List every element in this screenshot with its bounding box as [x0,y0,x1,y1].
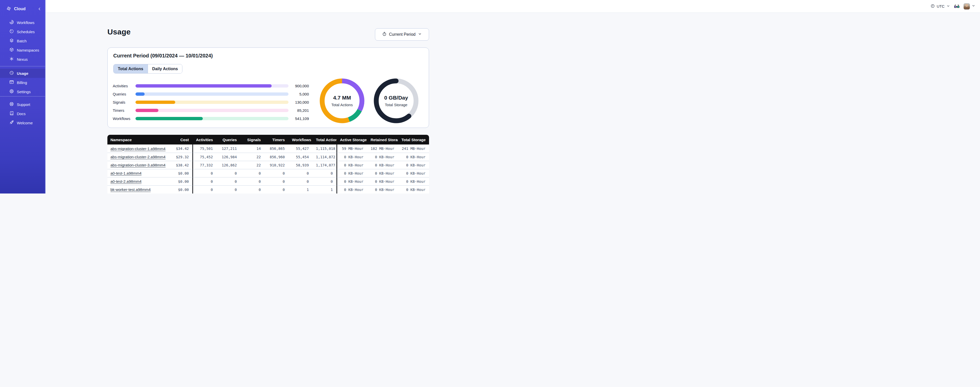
table-cell: 0 KB-Hour [398,186,429,194]
table-cell: 0 KB-Hour [398,177,429,186]
table-cell: 0 KB-Hour [398,161,429,169]
settings-icon [9,89,14,94]
namespace-link[interactable]: a0-test-2.a98mm4 [110,179,142,184]
bar-track [135,93,288,96]
workflows-icon [9,20,14,24]
bar-track [135,109,288,112]
namespace-link[interactable]: a0-test-1.a98mm4 [110,171,142,175]
table-cell: 55,454 [288,153,312,161]
table-cell: 1,115,018 [312,144,336,153]
period-selector-button[interactable]: Current Period [375,28,429,41]
column-header-total-storage: Total Storage [398,135,429,144]
sidebar-item-usage[interactable]: Usage [0,69,45,78]
table-cell: 75,452 [192,153,216,161]
namespace-link[interactable]: bk-worker-test.a98mm4 [110,187,151,192]
column-header-signals: Signals [240,135,264,144]
table-cell: 22 [240,153,264,161]
stopwatch-icon [382,32,387,37]
sidebar-item-billing[interactable]: Billing [0,78,45,87]
table-cell: 75,501 [192,144,216,153]
table-cell: 0 KB-Hour [367,169,398,177]
tab-daily-actions[interactable]: Daily Actions [148,64,182,73]
sidebar-item-label: Workflows [17,21,35,25]
sidebar-item-batch[interactable]: Batch [0,36,45,45]
table-row: abs-migration-cluster-2.a98mm4$29.3275,4… [107,153,429,161]
sidebar-item-label: Schedules [17,30,35,34]
schedules-icon [9,29,14,34]
table-cell: 910,922 [264,161,288,169]
usage-bar-row-timers: Timers85,201 [113,106,310,114]
bar-value: 85,201 [288,108,309,113]
column-header-cost: Cost [169,135,192,144]
table-cell: 77,332 [192,161,216,169]
usage-bar-row-signals: Signals130,000 [113,98,310,106]
table-cell: 1,114,872 [312,153,336,161]
bar-value: 541,109 [288,117,309,121]
docs-icon [9,111,14,116]
table-row: a0-test-2.a98mm4$0.000000000 KB-Hour0 KB… [107,177,429,186]
sidebar-item-label: Settings [17,90,30,94]
table-cell: 0 KB-Hour [367,177,398,186]
bar-value: 5,000 [288,92,309,96]
table-cell: 182 MB-Hour [367,144,398,153]
sidebar-item-schedules[interactable]: Schedules [0,27,45,36]
bar-track [135,117,288,120]
sidebar-nav-main: WorkflowsSchedulesBatchNamespacesNexus [0,18,45,64]
tab-total-actions[interactable]: Total Actions [113,64,148,73]
table-cell: $0.00 [169,177,192,186]
table-cell: 0 KB-Hour [398,153,429,161]
sidebar-item-docs[interactable]: Docs [0,109,45,118]
sidebar-collapse-button[interactable] [37,6,42,11]
table-cell: 55,427 [288,144,312,153]
bar-label: Timers [113,108,135,113]
chevron-down-icon [418,32,422,37]
usage-bar-row-workflows: Workflows541,109 [113,114,310,123]
column-header-activities: Activities [192,135,216,144]
temporal-cloud-logo-icon [6,6,11,11]
table-cell: abs-migration-cluster-1.a98mm4 [107,144,169,153]
namespace-link[interactable]: abs-migration-cluster-2.a98mm4 [110,155,165,159]
sidebar-item-settings[interactable]: Settings [0,87,45,96]
sidebar-nav-footer: SupportDocsWelcome [0,100,45,127]
total-actions-label: Total Actions [331,102,353,107]
support-icon [9,102,14,106]
table-cell: 1,174,077 [312,161,336,169]
table-cell: $0.00 [169,169,192,177]
bar-track [135,84,288,88]
sidebar-item-welcome[interactable]: Welcome [0,118,45,127]
table-cell: 0 [216,186,240,194]
table-cell: 126,984 [216,153,240,161]
table-cell: 0 [312,177,336,186]
table-cell: $0.00 [169,186,192,194]
sidebar-item-support[interactable]: Support [0,100,45,109]
sidebar-item-nexus[interactable]: Nexus [0,54,45,64]
table-row: abs-migration-cluster-3.a98mm4$38.4277,3… [107,161,429,169]
sidebar-item-label: Support [17,102,30,107]
sidebar-item-namespaces[interactable]: Namespaces [0,45,45,54]
table-cell: abs-migration-cluster-3.a98mm4 [107,161,169,169]
sidebar-item-workflows[interactable]: Workflows [0,18,45,27]
total-storage-donut: 0 GB/Day Total Storage [374,78,418,123]
table-cell: $38.42 [169,161,192,169]
sidebar-item-label: Welcome [17,121,33,125]
table-cell: 0 KB-Hour [367,161,398,169]
cloud-brand[interactable]: Cloud [0,4,45,14]
table-row: bk-worker-test.a98mm4$0.000000110 KB-Hou… [107,186,429,194]
total-actions-value: 4.7 MM [333,95,351,101]
namespace-link[interactable]: abs-migration-cluster-3.a98mm4 [110,163,165,167]
welcome-icon [9,120,14,125]
card-heading: Current Period (09/01/2024 — 10/01/2024) [113,53,213,59]
bar-value: 900,000 [288,84,309,88]
table-cell: a0-test-2.a98mm4 [107,177,169,186]
table-cell: 1 [288,186,312,194]
billing-icon [9,80,14,85]
table-cell: 0 [240,169,264,177]
table-cell: $29.32 [169,153,192,161]
table-cell: 241 MB-Hour [398,144,429,153]
usage-icon [9,70,14,75]
sidebar-item-label: Usage [17,71,28,75]
table-cell: 856,865 [264,144,288,153]
bar-value: 130,000 [288,100,309,104]
table-cell: 0 [264,177,288,186]
namespace-link[interactable]: abs-migration-cluster-1.a98mm4 [110,147,165,151]
